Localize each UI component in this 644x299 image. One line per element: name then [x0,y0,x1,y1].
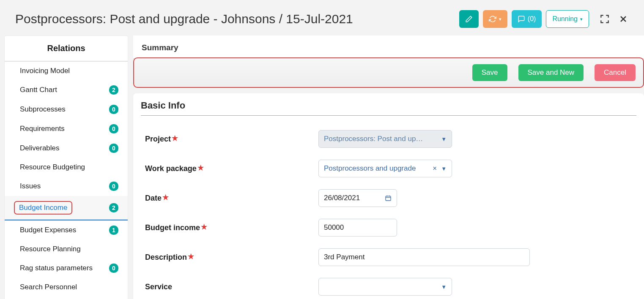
edit-button[interactable] [459,10,479,28]
status-label: Running [552,15,578,23]
field-date: Date★ 26/08/2021 [141,183,636,213]
description-input[interactable] [318,248,530,266]
sidebar-item-deliverables[interactable]: Deliverables0 [5,139,128,158]
refresh-icon [489,15,496,23]
sidebar-item-label: Search Personnel [20,283,77,291]
label-description: Description [145,253,187,261]
calendar-icon[interactable] [385,195,392,201]
sidebar-badge: 0 [109,124,118,133]
clear-icon[interactable]: × [433,164,437,173]
budget-income-input[interactable] [318,219,397,236]
save-button[interactable]: Save [472,64,507,81]
field-service: Service ▼ [141,272,636,299]
sidebar-item-subprocesses[interactable]: Subprocesses0 [5,100,128,119]
work-package-select[interactable]: Postprocessors and upgrade × ▼ [318,160,452,177]
chevron-down-icon: ▾ [499,16,501,22]
sidebar-item-search-personnel[interactable]: Search Personnel [5,278,128,296]
sidebar-item-rag-status-parameters[interactable]: Rag status parameters0 [5,258,128,278]
sidebar-badge: 1 [109,226,118,235]
sidebar: Relations Invoicing ModelGantt Chart2Sub… [4,35,128,299]
work-package-value: Postprocessors and upgrade [324,164,416,173]
field-work-package: Work package★ Postprocessors and upgrade… [141,154,636,183]
sidebar-item-issues[interactable]: Issues0 [5,177,128,196]
sidebar-item-budget-income[interactable]: Budget Income2 [5,196,128,220]
sidebar-item-label: Invoicing Model [20,67,70,75]
sidebar-badge: 0 [109,182,118,191]
basic-info-card: Basic Info Project★ Postprocessors: Post… [133,93,644,299]
sidebar-item-label: Rag status parameters [20,264,93,272]
sidebar-item-label: Deliverables [20,144,60,152]
field-budget-income: Budget income★ [141,213,636,242]
save-and-new-button[interactable]: Save and New [518,64,584,81]
sidebar-item-budget-expenses[interactable]: Budget Expenses1 [5,220,128,240]
project-value: Postprocessors: Post and upgrad… [324,135,425,143]
sidebar-item-resource-budgeting[interactable]: Resource Budgeting [5,158,128,177]
comments-count: (0) [528,15,536,23]
chevron-down-icon: ▼ [441,136,447,142]
main-area: Summary Save Save and New Cancel Basic I… [128,35,644,299]
chevron-down-icon: ▼ [441,284,447,290]
sidebar-item-label: Requirements [20,125,65,133]
svg-rect-0 [386,196,391,201]
page-header: Postprocessors: Post and upgrade - Johns… [0,0,644,35]
label-work-package: Work package [145,164,197,173]
comment-icon [518,15,525,23]
header-toolbar: ▾ (0) Running ▾ [459,10,629,28]
card-title: Basic Info [141,100,636,116]
chevron-down-icon: ▾ [580,16,583,22]
label-budget-income: Budget income [145,223,200,232]
summary-header: Summary [133,35,644,59]
service-select[interactable]: ▼ [318,278,452,296]
label-project: Project [145,135,171,143]
action-buttons-highlight: Save Save and New Cancel [133,57,644,88]
sidebar-item-label: Resource Budgeting [20,163,85,171]
chevron-down-icon: ▼ [441,166,447,172]
sidebar-item-requirements[interactable]: Requirements0 [5,119,128,139]
sidebar-badge: 2 [109,203,118,212]
date-value: 26/08/2021 [324,194,360,202]
project-select[interactable]: Postprocessors: Post and upgrad… ▼ [318,130,452,148]
sidebar-item-resource-planning[interactable]: Resource Planning [5,240,128,258]
expand-icon [599,14,610,24]
sidebar-item-label: Budget Income [19,204,67,212]
required-star: ★ [172,134,178,142]
refresh-button[interactable]: ▾ [483,10,507,28]
sidebar-item-gantt-chart[interactable]: Gantt Chart2 [5,80,128,100]
sidebar-title: Relations [5,36,128,62]
fullscreen-button[interactable] [599,14,610,24]
sidebar-item-invoicing-model[interactable]: Invoicing Model [5,62,128,80]
sidebar-item-label: Issues [20,182,41,190]
label-date: Date [145,194,162,202]
sidebar-badge: 0 [109,144,118,153]
cancel-button[interactable]: Cancel [595,64,636,81]
comments-button[interactable]: (0) [512,10,542,28]
sidebar-item-label: Resource Planning [20,245,81,253]
label-service: Service [145,283,172,291]
close-button[interactable] [618,14,629,24]
page-title: Postprocessors: Post and upgrade - Johns… [15,12,353,26]
pencil-icon [465,15,473,23]
sidebar-badge: 0 [109,105,118,114]
sidebar-badge: 2 [109,85,118,95]
close-icon [618,14,628,24]
date-input[interactable]: 26/08/2021 [318,189,397,207]
field-project: Project★ Postprocessors: Post and upgrad… [141,124,636,154]
sidebar-item-label: Gantt Chart [20,86,57,94]
required-star: ★ [162,193,169,201]
required-star: ★ [201,223,207,231]
required-star: ★ [188,253,194,261]
sidebar-item-label: Subprocesses [20,105,66,113]
required-star: ★ [197,164,204,172]
field-description: Description★ [141,242,636,272]
sidebar-item-label: Budget Expenses [20,226,76,234]
status-dropdown[interactable]: Running ▾ [546,10,589,28]
sidebar-badge: 0 [109,264,118,273]
